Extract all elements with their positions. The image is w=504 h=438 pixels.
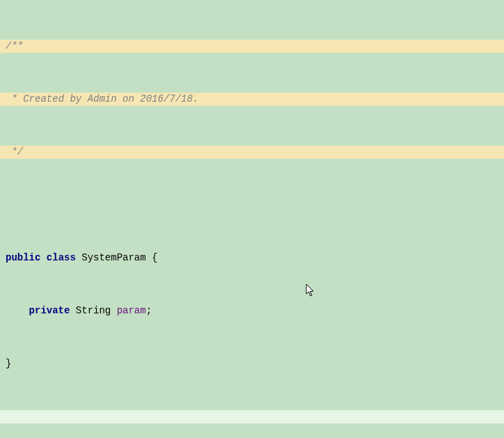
- code-editor[interactable]: /** * Created by Admin on 2016/7/18. */ …: [0, 0, 504, 438]
- code-line[interactable]: private String param;: [0, 304, 504, 318]
- type-string: String: [76, 305, 111, 316]
- field-name: param: [117, 305, 146, 316]
- class-name: SystemParam: [81, 252, 145, 263]
- javadoc-open: /**: [6, 40, 23, 52]
- javadoc-close: */: [6, 146, 23, 157]
- code-line[interactable]: /**: [0, 40, 504, 53]
- code-line[interactable]: [0, 198, 504, 212]
- code-line[interactable]: */: [0, 146, 504, 159]
- code-line[interactable]: * Created by Admin on 2016/7/18.: [0, 93, 504, 106]
- code-line-current[interactable]: [0, 410, 504, 423]
- kw-private: private: [29, 305, 70, 316]
- kw-public: public: [6, 252, 40, 263]
- code-line[interactable]: }: [0, 357, 504, 370]
- javadoc-body: * Created by Admin on 2016/7/18.: [6, 93, 198, 104]
- brace-open: {: [146, 252, 158, 263]
- code-line[interactable]: public class SystemParam {: [0, 251, 504, 265]
- brace-close: }: [6, 358, 11, 369]
- kw-class: class: [47, 252, 76, 263]
- semicolon: ;: [146, 305, 152, 316]
